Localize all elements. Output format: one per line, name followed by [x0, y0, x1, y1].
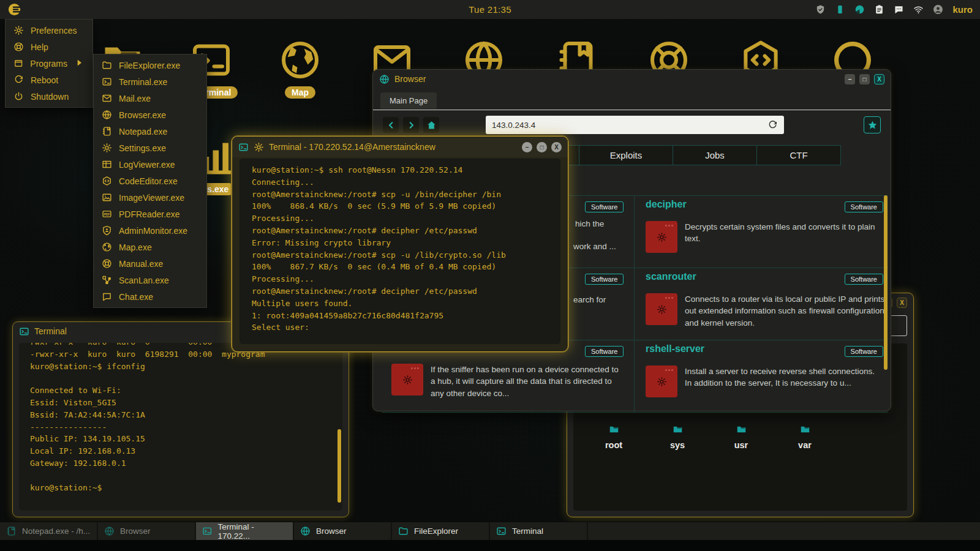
wifi-icon[interactable] [913, 4, 924, 15]
terminal-output[interactable]: kuro@station:~$ ssh root@Nessn 170.220.5… [239, 159, 560, 344]
lifebuoy-icon [102, 258, 112, 269]
menu-item-programs[interactable]: Programs [6, 55, 92, 72]
terminal-output[interactable]: rwxr-xr-x kuro kuro 0 00:00 -rwxr-xr-x k… [19, 343, 342, 511]
minimize-button[interactable]: – [522, 142, 532, 152]
globe-icon [102, 110, 112, 120]
globe-icon [379, 74, 390, 84]
folder-icon [800, 424, 810, 435]
menu-item-preferences[interactable]: Preferences [6, 22, 92, 39]
submenu-item-notepad[interactable]: Notepad.exe [94, 123, 206, 140]
notepad-icon [6, 526, 17, 536]
chat-icon[interactable] [894, 4, 904, 15]
menu-item-label: Terminal.exe [119, 77, 167, 87]
software-card[interactable]: rshell-server Software Install a server … [634, 340, 888, 413]
gear-icon [254, 142, 264, 152]
submenu-item-codeeditor[interactable]: CodeEditor.exe [94, 173, 206, 189]
submenu-item-chat[interactable]: Chat.exe [94, 288, 206, 305]
submenu-item-adminmonitor[interactable]: AdminMonitor.exe [94, 222, 206, 239]
submenu-item-manual[interactable]: Manual.exe [94, 255, 206, 272]
top-bar: Tue 21:35 kuro [0, 0, 980, 19]
bookmark-button[interactable] [864, 116, 881, 133]
software-card[interactable]: scanrouter Software Connects to a router… [634, 268, 888, 340]
menu-item-shutdown[interactable]: Shutdown [6, 88, 92, 105]
refresh-icon[interactable] [767, 120, 778, 130]
home-button[interactable] [423, 117, 439, 133]
close-button[interactable]: X [874, 74, 884, 84]
category-tab-jobs[interactable]: Jobs [673, 145, 757, 165]
username[interactable]: kuro [952, 4, 973, 15]
menu-item-label: Mail.exe [119, 94, 151, 103]
globe-icon [104, 526, 115, 536]
software-title[interactable]: scanrouter [646, 271, 696, 282]
minimize-button[interactable]: – [845, 74, 855, 84]
menu-item-label: Notepad.exe [119, 127, 167, 137]
taskbar-item-browser-2[interactable]: Browser [294, 522, 392, 540]
desktop-icon-map[interactable]: Map [278, 38, 322, 99]
terminal-icon [202, 526, 213, 536]
chevron-right-icon [406, 120, 417, 130]
submenu-item-fileexplorer[interactable]: FileExplorer.exe [94, 57, 206, 73]
browser-titlebar[interactable]: Browser – □ X [373, 70, 891, 88]
system-logo-icon[interactable] [7, 2, 21, 17]
terminal-line: Select user: [252, 323, 560, 335]
software-badge: Software [585, 346, 624, 357]
submenu-item-mail[interactable]: Mail.exe [94, 90, 206, 107]
folder-icon [673, 424, 683, 435]
pie-status-icon[interactable] [854, 4, 865, 15]
terminal-line: Multiple users found. [252, 299, 560, 311]
taskbar-item-terminal-local[interactable]: Terminal [490, 522, 588, 540]
forward-button[interactable] [403, 117, 419, 133]
globe-icon [300, 526, 311, 536]
svg-text:PDF: PDF [104, 212, 110, 216]
taskbar-item-terminal-remote[interactable]: Terminal - 170.22... [196, 522, 294, 540]
submenu-item-scanlan[interactable]: ScanLan.exe [94, 272, 206, 288]
clipboard-icon[interactable] [874, 4, 884, 15]
category-tab-ctf[interactable]: CTF [757, 145, 841, 165]
submenu-item-map[interactable]: Map.exe [94, 239, 206, 255]
taskbar-item-notepad[interactable]: Notepad.exe - /h... [0, 522, 98, 540]
maximize-button[interactable]: □ [859, 74, 870, 84]
menu-item-label: Browser.exe [119, 110, 166, 120]
taskbar-item-label: Browser [120, 527, 151, 536]
battery-icon[interactable] [835, 4, 845, 15]
menu-item-reboot[interactable]: Reboot [6, 72, 92, 88]
terminal-icon [238, 142, 249, 152]
url-input[interactable] [492, 121, 767, 130]
folder-item-var[interactable]: var [783, 424, 827, 450]
folder-icon [398, 526, 409, 536]
browser-scrollbar[interactable] [884, 195, 888, 370]
maximize-button[interactable]: □ [537, 142, 547, 152]
taskbar-item-fileexplorer[interactable]: FileExplorer [392, 522, 490, 540]
folder-item-usr[interactable]: usr [719, 424, 763, 450]
shield-check-icon[interactable] [815, 4, 826, 15]
lifebuoy-icon [13, 42, 24, 52]
url-bar[interactable] [486, 116, 784, 134]
user-avatar[interactable] [933, 4, 943, 15]
terminal-line: 1: root:409a041459a8b27c716c80d481f2a795 [252, 311, 560, 323]
terminal-line: kuro@station:~$ [30, 483, 342, 495]
software-card[interactable]: decipher Software Decrypts certain syste… [634, 196, 888, 268]
back-button[interactable] [383, 117, 399, 133]
close-button[interactable]: X [897, 298, 907, 308]
category-tab-exploits[interactable]: Exploits [579, 145, 673, 165]
terminal-remote-titlebar[interactable]: Terminal - 170.220.52.14@Amerstaincknew … [232, 137, 568, 157]
software-title[interactable]: decipher [646, 199, 687, 210]
browser-tab-main-page[interactable]: Main Page [380, 92, 437, 109]
submenu-item-imageviewer[interactable]: ImageViewer.exe [94, 189, 206, 206]
submenu-item-browser[interactable]: Browser.exe [94, 107, 206, 123]
folder-item-sys[interactable]: sys [655, 424, 699, 450]
gear-icon [657, 304, 667, 315]
terminal-line: ---------------- [30, 422, 342, 435]
submenu-item-logviewer[interactable]: LogViewer.exe [94, 156, 206, 173]
close-button[interactable]: X [551, 142, 562, 152]
menu-item-help[interactable]: Help [6, 39, 92, 55]
desktop: Terminal Map ks.exe – □ X [0, 0, 980, 551]
notepad-icon [102, 126, 112, 137]
folder-item-root[interactable]: root [592, 424, 636, 450]
software-title[interactable]: rshell-server [646, 343, 704, 354]
submenu-item-pdfreader[interactable]: PDF PDFReader.exe [94, 206, 206, 222]
submenu-item-settings[interactable]: Settings.exe [94, 140, 206, 156]
taskbar-item-browser-1[interactable]: Browser [98, 522, 196, 540]
submenu-item-terminal[interactable]: Terminal.exe [94, 73, 206, 90]
terminal-scrollbar[interactable] [337, 429, 341, 503]
